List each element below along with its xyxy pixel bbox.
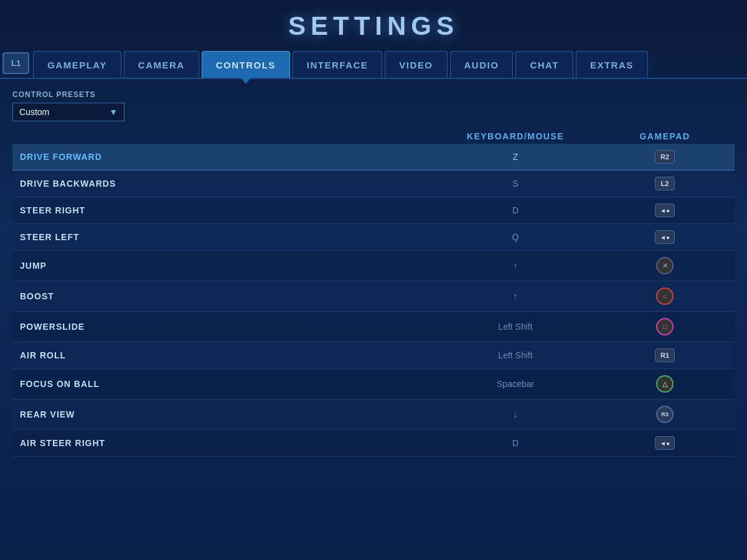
gamepad-binding: ◄● xyxy=(603,230,727,244)
tab-gameplay[interactable]: GAMEPLAY xyxy=(33,51,121,78)
tab-controls[interactable]: CONTROLS xyxy=(202,51,290,78)
keyboard-binding: D xyxy=(428,438,603,448)
action-label: DRIVE BACKWARDS xyxy=(20,179,428,189)
gamepad-binding: ✕ xyxy=(603,257,727,274)
keyboard-binding: Q xyxy=(428,232,603,242)
gamepad-r3-button: R3 xyxy=(656,406,674,423)
tab-extras[interactable]: EXTRAS xyxy=(576,51,648,78)
tab-video[interactable]: VIDEO xyxy=(385,51,447,78)
action-label: JUMP xyxy=(20,261,428,271)
table-row[interactable]: DRIVE BACKWARDS S L2 xyxy=(12,170,735,197)
table-row[interactable]: REAR VIEW ↓ R3 xyxy=(12,399,735,430)
keyboard-binding: Left Shift xyxy=(428,350,603,360)
action-label: FOCUS ON BALL xyxy=(20,379,428,389)
action-label: DRIVE FORWARD xyxy=(20,152,428,162)
gamepad-joystick: ◄● xyxy=(655,203,675,217)
action-label: STEER LEFT xyxy=(20,232,428,242)
action-label: AIR STEER RIGHT xyxy=(20,438,428,448)
preset-select-row: Custom ▼ xyxy=(12,103,735,121)
table-row[interactable]: JUMP ↑ ✕ xyxy=(12,251,735,281)
keyboard-binding: ↑ xyxy=(428,261,603,271)
action-label: BOOST xyxy=(20,291,428,301)
gamepad-badge: L2 xyxy=(655,177,675,190)
content-area: CONTROL PRESETS Custom ▼ KEYBOARD/MOUSE … xyxy=(0,79,747,468)
tab-chat[interactable]: CHAT xyxy=(515,51,573,78)
table-row[interactable]: DRIVE FORWARD Z R2 xyxy=(12,144,735,170)
table-row[interactable]: AIR STEER RIGHT D ◄● xyxy=(12,430,735,457)
gamepad-binding: ◄● xyxy=(603,203,727,217)
table-row[interactable]: POWERSLIDE Left Shift □ xyxy=(12,312,735,342)
gamepad-binding: ○ xyxy=(603,287,727,305)
table-row[interactable]: BOOST ↑ ○ xyxy=(12,281,735,312)
col-gamepad: GAMEPAD xyxy=(603,131,727,141)
table-row[interactable]: STEER RIGHT D ◄● xyxy=(12,197,735,224)
dropdown-arrow-icon: ▼ xyxy=(109,107,118,117)
keyboard-binding: Left Shift xyxy=(428,322,603,332)
action-label: STEER RIGHT xyxy=(20,205,428,215)
keyboard-binding: Spacebar xyxy=(428,379,603,389)
keyboard-binding: ↓ xyxy=(428,409,603,419)
gamepad-badge: R1 xyxy=(655,348,675,362)
gamepad-circle-button: ○ xyxy=(656,287,674,305)
action-label: POWERSLIDE xyxy=(20,322,428,332)
gamepad-binding: □ xyxy=(603,318,727,335)
tab-audio[interactable]: AUDIO xyxy=(450,51,514,78)
table-row[interactable]: STEER LEFT Q ◄● xyxy=(12,224,735,251)
col-action xyxy=(20,131,428,141)
l1-badge[interactable]: L1 xyxy=(2,52,29,74)
keyboard-binding: D xyxy=(428,205,603,215)
table-row[interactable]: AIR ROLL Left Shift R1 xyxy=(12,342,735,369)
gamepad-binding: △ xyxy=(603,375,727,393)
table-row[interactable]: FOCUS ON BALL Spacebar △ xyxy=(12,369,735,399)
gamepad-square-button: □ xyxy=(656,318,674,335)
tab-interface[interactable]: INTERFACE xyxy=(293,51,383,78)
presets-label: CONTROL PRESETS xyxy=(12,90,735,99)
action-label: AIR ROLL xyxy=(20,350,428,360)
page-wrapper: SETTINGS L1 GAMEPLAY CAMERA CONTROLS INT… xyxy=(0,0,747,468)
keyboard-binding: S xyxy=(428,179,603,189)
gamepad-joystick: ◄● xyxy=(655,436,675,450)
columns-header: KEYBOARD/MOUSE GAMEPAD xyxy=(12,131,735,141)
gamepad-joystick: ◄● xyxy=(655,230,675,244)
gamepad-binding: ◄● xyxy=(603,436,727,450)
gamepad-triangle-button: △ xyxy=(656,375,674,393)
gamepad-binding: L2 xyxy=(603,177,727,190)
gamepad-x-button: ✕ xyxy=(656,257,674,274)
preset-dropdown[interactable]: Custom ▼ xyxy=(12,103,125,121)
gamepad-badge: R2 xyxy=(655,150,675,164)
tab-camera[interactable]: CAMERA xyxy=(124,51,199,78)
page-title: SETTINGS xyxy=(0,0,747,49)
tabs-bar: L1 GAMEPLAY CAMERA CONTROLS INTERFACE VI… xyxy=(0,49,747,79)
gamepad-binding: R1 xyxy=(603,348,727,362)
controls-list: DRIVE FORWARD Z R2 DRIVE BACKWARDS S L2 … xyxy=(12,144,735,457)
keyboard-binding: Z xyxy=(428,152,603,162)
gamepad-binding: R3 xyxy=(603,406,727,423)
preset-value: Custom xyxy=(19,107,49,117)
col-keyboard: KEYBOARD/MOUSE xyxy=(428,131,603,141)
action-label: REAR VIEW xyxy=(20,409,428,419)
gamepad-binding: R2 xyxy=(603,150,727,164)
keyboard-binding: ↑ xyxy=(428,291,603,301)
